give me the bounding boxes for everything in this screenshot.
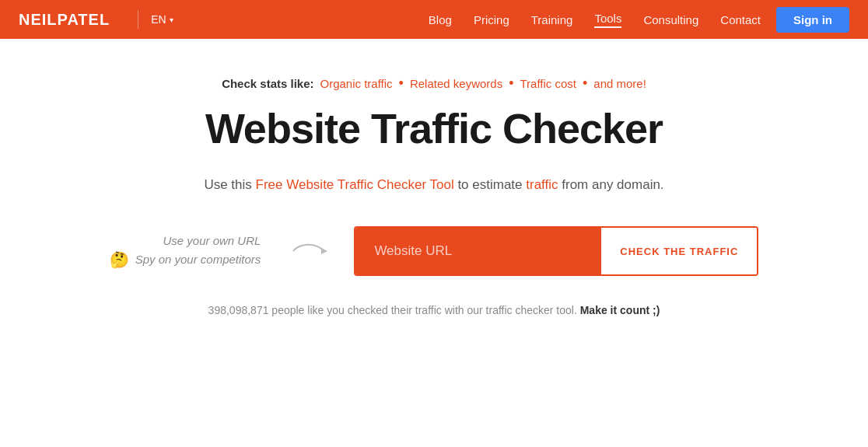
- check-traffic-button[interactable]: CHECK THE TRAFFIC: [601, 228, 757, 274]
- nav-item-tools[interactable]: Tools: [594, 12, 621, 28]
- search-box: CHECK THE TRAFFIC: [354, 226, 758, 276]
- arrow-icon: [292, 240, 329, 262]
- lang-label: EN: [151, 13, 166, 26]
- hint-line1: Use your own URL: [163, 234, 261, 247]
- main-content: Check stats like: Organic traffic • Rela…: [0, 39, 868, 316]
- lang-selector[interactable]: EN ▾: [151, 13, 173, 26]
- hint-row2: 🤔 Spy on your competitors: [110, 250, 261, 269]
- hint-line2: Spy on your competitors: [135, 253, 261, 266]
- subtitle-highlight: Free Website Traffic Checker Tool: [256, 177, 454, 192]
- nav-item-blog[interactable]: Blog: [429, 13, 452, 26]
- main-nav: Blog Pricing Training Tools Consulting C…: [429, 12, 761, 28]
- nav-item-contact[interactable]: Contact: [720, 13, 761, 26]
- subtitle-text: Use this Free Website Traffic Checker To…: [204, 177, 663, 192]
- search-area: Use your own URL 🤔 Spy on your competito…: [110, 226, 759, 276]
- emoji-icon: 🤔: [110, 250, 129, 269]
- logo: NEILPATEL: [19, 11, 110, 29]
- stat-related: Related keywords: [410, 77, 502, 90]
- header-divider: [138, 10, 138, 29]
- nav-item-consulting[interactable]: Consulting: [643, 13, 698, 26]
- stats-prefix: Check stats like:: [222, 77, 313, 90]
- sign-in-button[interactable]: Sign in: [776, 7, 849, 33]
- chevron-down-icon: ▾: [170, 16, 173, 24]
- cta-hints: Use your own URL 🤔 Spy on your competito…: [110, 234, 261, 269]
- url-input[interactable]: [355, 228, 601, 274]
- nav-item-training[interactable]: Training: [531, 13, 573, 26]
- stat-more: and more!: [593, 77, 646, 90]
- dot-1: •: [399, 76, 404, 90]
- stats-line: Check stats like: Organic traffic • Rela…: [222, 76, 646, 90]
- subtitle-highlight2: traffic: [526, 177, 558, 192]
- footer-note-plain: 398,098,871 people like you checked thei…: [208, 304, 577, 316]
- svg-marker-0: [321, 248, 327, 254]
- subtitle: Use this Free Website Traffic Checker To…: [204, 174, 663, 195]
- stat-organic: Organic traffic: [320, 77, 393, 90]
- stat-cost: Traffic cost: [520, 77, 576, 90]
- dot-2: •: [509, 76, 513, 90]
- footer-note: 398,098,871 people like you checked thei…: [208, 304, 660, 316]
- dot-3: •: [583, 76, 587, 90]
- footer-note-bold: Make it count ;): [580, 304, 660, 316]
- header: NEILPATEL EN ▾ Blog Pricing Training Too…: [0, 0, 868, 39]
- nav-item-pricing[interactable]: Pricing: [474, 13, 509, 26]
- hero-title: Website Traffic Checker: [205, 104, 663, 152]
